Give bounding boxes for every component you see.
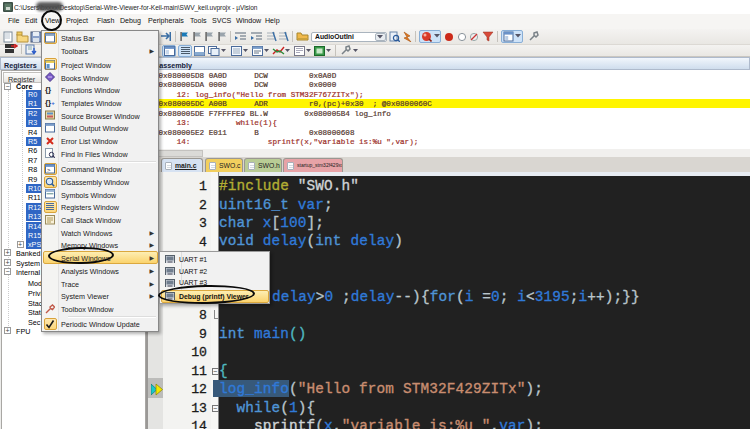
svg-text:>: > bbox=[47, 167, 51, 173]
